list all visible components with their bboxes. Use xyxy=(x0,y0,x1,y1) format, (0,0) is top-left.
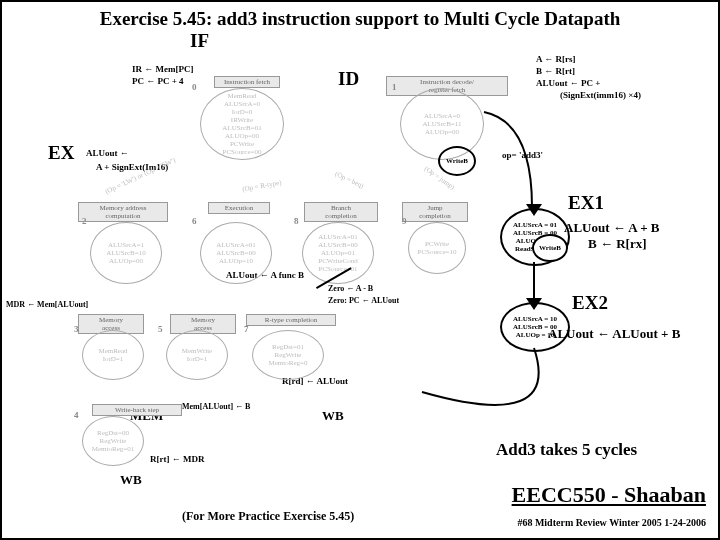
stage-ex2: EX2 xyxy=(572,292,608,314)
hdr-7: R-type completion xyxy=(246,314,336,326)
footer-course: EECC550 - Shaaban xyxy=(512,482,706,508)
state-1: ALUSrcA=0 ALUSrcB=11 ALUOp=00 xyxy=(400,88,484,160)
mdr: MDR ← Mem[ALUout] xyxy=(6,300,88,309)
state-9: PCWrite PCSource=10 xyxy=(408,222,466,274)
more-practice: (For More Practice Exercise 5.45) xyxy=(182,509,354,524)
ex1-2: B ← R[rx] xyxy=(588,236,647,252)
ex1-1: ALUout ← A + B xyxy=(564,220,660,236)
state-writeB-id: WriteB xyxy=(438,146,476,176)
state-writeB-ex1: WriteB xyxy=(532,234,568,262)
state-ex2: ALUSrcA = 10 ALUSrcB = 00 ALUOp = 10 xyxy=(500,302,570,352)
hdr-6: Execution xyxy=(208,202,270,214)
state-0: MemRead ALUSrcA=0 IorD=0 IRWrite ALUSrcB… xyxy=(200,88,284,160)
state-2: ALUSrcA=1 ALUSrcB=10 ALUOp=00 xyxy=(90,222,162,284)
hdr-2: Memory address computation xyxy=(78,202,168,222)
id-ext: (SignExt(imm16) ×4) xyxy=(560,90,641,100)
state-4: RegDst=00 RegWrite MemtoReg=01 xyxy=(82,416,144,466)
fsm-diagram: Instruction fetch MemRead ALUSrcA=0 IorD… xyxy=(122,52,562,482)
hdr-0: Instruction fetch xyxy=(214,76,280,88)
state-7: RegDst=01 RegWrite MemtoReg=0 xyxy=(252,330,324,380)
stage-ex: EX xyxy=(48,142,74,164)
state-3: MemRead IorD=1 xyxy=(82,330,144,380)
footer-line: #68 Midterm Review Winter 2005 1-24-2006 xyxy=(517,517,706,528)
page-title: Exercise 5.45: add3 instruction support … xyxy=(2,8,718,30)
hdr-4: Write-back step xyxy=(92,404,182,416)
state-6: ALUSrcA=01 ALUSrcB=00 ALUOp=10 xyxy=(200,222,272,284)
stage-if: IF xyxy=(190,30,209,52)
hdr-9: Jump completion xyxy=(402,202,468,222)
hdr-8: Branch completion xyxy=(304,202,378,222)
state-5: MemWrite IorD=1 xyxy=(166,330,228,380)
slide: Exercise 5.45: add3 instruction support … xyxy=(0,0,720,540)
stage-ex1: EX1 xyxy=(568,192,604,214)
